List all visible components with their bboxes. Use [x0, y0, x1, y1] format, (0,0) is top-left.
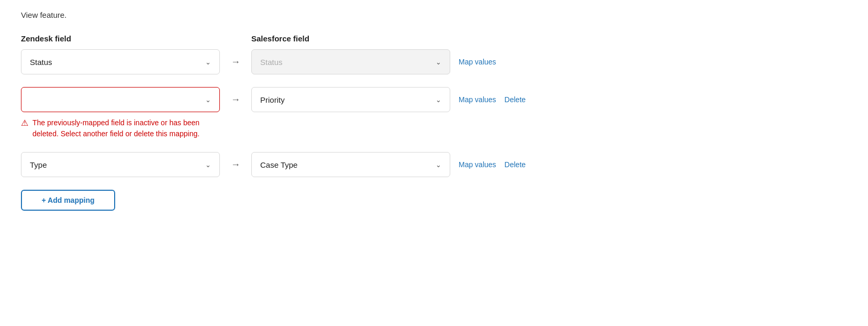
error-message-priority: The previously-mapped field is inactive …: [32, 117, 220, 139]
delete-link-priority[interactable]: Delete: [505, 95, 526, 104]
map-values-link-status[interactable]: Map values: [459, 58, 496, 66]
mapping-row-type: Type ⌄ → Case Type ⌄ Map values Delete: [21, 152, 847, 177]
zendesk-select-status-value: Status: [30, 58, 52, 67]
zendesk-select-status[interactable]: Status ⌄: [21, 49, 220, 74]
delete-link-type[interactable]: Delete: [505, 160, 526, 169]
arrow-icon: →: [231, 159, 240, 170]
mapping-row-status: Status ⌄ → Status ⌄ Map values: [21, 49, 847, 74]
mapping-row-priority: ⌄ ⚠ The previously-mapped field is inact…: [21, 87, 847, 139]
map-values-link-priority[interactable]: Map values: [459, 95, 496, 104]
salesforce-select-status[interactable]: Status ⌄: [251, 49, 450, 74]
map-values-link-type[interactable]: Map values: [459, 160, 496, 169]
chevron-down-icon: ⌄: [436, 96, 441, 104]
zendesk-field-header: Zendesk field: [21, 34, 71, 43]
salesforce-select-status-value: Status: [260, 58, 283, 67]
zendesk-select-priority[interactable]: ⌄: [21, 87, 220, 112]
zendesk-select-type[interactable]: Type ⌄: [21, 152, 220, 177]
intro-text: View feature.: [21, 10, 847, 19]
arrow-icon: →: [231, 57, 240, 68]
warning-icon: ⚠: [21, 118, 28, 128]
chevron-down-icon: ⌄: [436, 58, 441, 66]
chevron-down-icon: ⌄: [205, 58, 211, 66]
salesforce-select-priority[interactable]: Priority ⌄: [251, 87, 450, 112]
chevron-down-icon: ⌄: [205, 161, 211, 169]
add-mapping-button[interactable]: + Add mapping: [21, 190, 115, 211]
salesforce-select-type[interactable]: Case Type ⌄: [251, 152, 450, 177]
arrow-icon: →: [231, 94, 240, 105]
salesforce-select-type-value: Case Type: [260, 160, 297, 169]
chevron-down-icon: ⌄: [205, 96, 211, 104]
salesforce-field-header: Salesforce field: [251, 34, 309, 43]
zendesk-select-type-value: Type: [30, 160, 47, 169]
salesforce-select-priority-value: Priority: [260, 95, 285, 104]
error-block-priority: ⚠ The previously-mapped field is inactiv…: [21, 117, 220, 139]
chevron-down-icon: ⌄: [436, 161, 441, 169]
